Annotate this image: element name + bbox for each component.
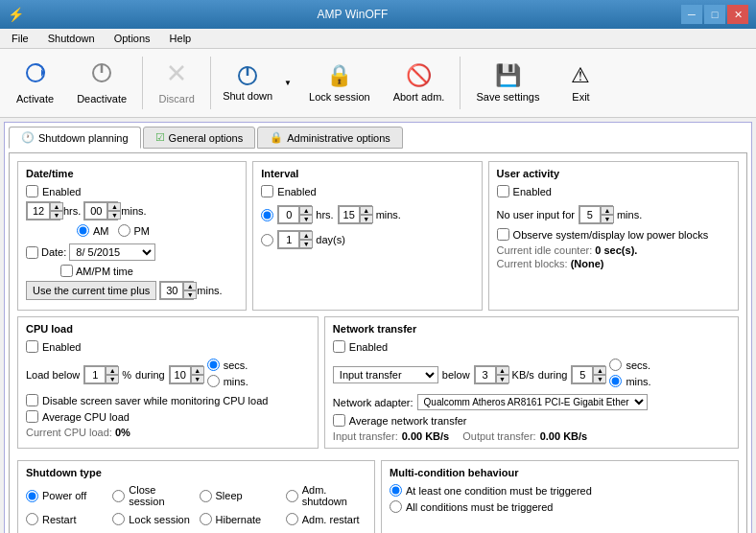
close-session-radio[interactable] bbox=[112, 490, 125, 502]
disable-screensaver-checkbox[interactable] bbox=[26, 394, 38, 406]
interval-days-radio[interactable] bbox=[261, 234, 273, 246]
discard-button[interactable]: Discard bbox=[148, 53, 205, 113]
menu-help[interactable]: Help bbox=[162, 31, 200, 46]
am-label: AM bbox=[93, 225, 109, 237]
at-least-one-radio[interactable] bbox=[390, 484, 402, 497]
cpu-load-row: Load below ▲ ▼ % during ▲ bbox=[26, 359, 310, 390]
interval-days-input[interactable] bbox=[278, 231, 299, 248]
exit-button[interactable]: ⚠ Exit bbox=[552, 53, 609, 113]
lock-button[interactable]: 🔒 Lock session bbox=[298, 53, 381, 113]
date-select[interactable]: 8/ 5/2015 bbox=[69, 243, 155, 261]
tab-general-options-label: General options bbox=[169, 132, 244, 144]
load-below-up[interactable]: ▲ bbox=[106, 366, 119, 375]
hours-input[interactable] bbox=[27, 202, 50, 220]
plus-min-down-btn[interactable]: ▼ bbox=[183, 290, 197, 299]
tab-admin-options[interactable]: 🔒 Administrative options bbox=[257, 127, 403, 149]
minutes-down-btn[interactable]: ▼ bbox=[107, 211, 121, 220]
save-button[interactable]: 💾 Save settings bbox=[465, 53, 550, 113]
average-network-checkbox[interactable] bbox=[333, 414, 345, 427]
interval-hrs-down[interactable]: ▼ bbox=[299, 215, 313, 223]
network-enabled-checkbox[interactable] bbox=[333, 340, 345, 353]
cpu-secs-radio[interactable] bbox=[207, 359, 220, 371]
use-current-btn[interactable]: Use the current time plus bbox=[26, 281, 156, 300]
plus-min-up-btn[interactable]: ▲ bbox=[183, 282, 197, 290]
interval-min-down[interactable]: ▼ bbox=[360, 215, 373, 223]
plus-minutes-input[interactable] bbox=[160, 282, 183, 299]
title-bar-left: ⚡ bbox=[8, 7, 24, 22]
tab-shutdown-planning[interactable]: 🕐 Shutdown planning bbox=[9, 127, 141, 149]
datetime-enabled-checkbox[interactable] bbox=[26, 185, 38, 197]
menu-file[interactable]: File bbox=[4, 31, 36, 46]
interval-enabled-checkbox[interactable] bbox=[261, 185, 273, 197]
ampm-time-checkbox[interactable] bbox=[60, 265, 73, 277]
interval-min-input[interactable] bbox=[339, 206, 360, 223]
cpu-enabled-checkbox[interactable] bbox=[26, 340, 38, 353]
network-mins-radio[interactable] bbox=[609, 375, 622, 387]
cpu-during-down[interactable]: ▼ bbox=[191, 375, 204, 383]
multi-condition-panel: Multi-condition behaviour At least one c… bbox=[381, 460, 739, 533]
adapter-select[interactable]: Qualcomm Atheros AR8161 PCI-E Gigabit Et… bbox=[417, 394, 648, 410]
network-below-down[interactable]: ▼ bbox=[496, 375, 509, 383]
interval-hrs-radio[interactable] bbox=[261, 209, 273, 221]
shutdown-arrow-button[interactable]: ▼ bbox=[279, 53, 296, 113]
hours-down-btn[interactable]: ▼ bbox=[50, 211, 63, 220]
adm-restart-radio[interactable] bbox=[286, 513, 298, 525]
power-off-radio[interactable] bbox=[26, 490, 38, 502]
cpu-during-input[interactable] bbox=[170, 366, 191, 383]
network-enabled-label: Enabled bbox=[349, 341, 388, 353]
interval-enabled-row: Enabled bbox=[261, 185, 473, 197]
interval-min-up[interactable]: ▲ bbox=[360, 206, 373, 215]
network-during-up[interactable]: ▲ bbox=[593, 366, 606, 375]
no-input-down[interactable]: ▼ bbox=[601, 215, 614, 223]
average-cpu-checkbox[interactable] bbox=[26, 410, 38, 423]
interval-hrs-input[interactable] bbox=[278, 206, 299, 223]
tab-check-icon: ☑ bbox=[155, 131, 165, 144]
transfer-type-select[interactable]: Input transfer Output transfer Both bbox=[333, 366, 438, 383]
hours-up-btn[interactable]: ▲ bbox=[50, 202, 63, 211]
activate-button[interactable]: Activate bbox=[6, 53, 64, 113]
network-secs-radio[interactable] bbox=[609, 359, 622, 371]
abort-button[interactable]: 🚫 Abort adm. bbox=[383, 53, 456, 113]
interval-days-down[interactable]: ▼ bbox=[299, 240, 313, 248]
cpu-mins-radio[interactable] bbox=[207, 375, 220, 387]
no-input-input[interactable] bbox=[579, 206, 601, 223]
menu-shutdown[interactable]: Shutdown bbox=[40, 31, 103, 46]
date-enabled-checkbox[interactable] bbox=[26, 246, 38, 259]
cpu-during-up[interactable]: ▲ bbox=[191, 366, 204, 375]
observe-checkbox[interactable] bbox=[497, 228, 509, 241]
minutes-input[interactable] bbox=[84, 202, 107, 220]
pm-radio[interactable] bbox=[118, 224, 130, 237]
shutdown-bottom-row: Shutdown type Power off Close session Sl… bbox=[17, 460, 739, 533]
close-button[interactable]: ✕ bbox=[727, 5, 748, 24]
load-below-down[interactable]: ▼ bbox=[106, 375, 119, 383]
minutes-up-btn[interactable]: ▲ bbox=[107, 202, 121, 211]
lock-session-radio[interactable] bbox=[112, 513, 125, 525]
shutdown-main-button[interactable]: Shut down bbox=[216, 53, 279, 113]
menu-options[interactable]: Options bbox=[106, 31, 158, 46]
deactivate-button[interactable]: Deactivate bbox=[66, 53, 137, 113]
discard-icon bbox=[165, 61, 188, 90]
interval-hrs-label: hrs. bbox=[316, 209, 333, 220]
interval-hrs-btns: ▲ ▼ bbox=[299, 206, 313, 223]
interval-hrs-up[interactable]: ▲ bbox=[299, 206, 313, 215]
network-during-down[interactable]: ▼ bbox=[593, 375, 606, 383]
user-activity-enabled-checkbox[interactable] bbox=[497, 185, 509, 197]
maximize-button[interactable]: □ bbox=[704, 5, 725, 24]
hibernate-label: Hibernate bbox=[216, 514, 262, 525]
interval-days-up[interactable]: ▲ bbox=[299, 231, 313, 240]
network-during-input[interactable] bbox=[572, 366, 593, 383]
power-off-row: Power off bbox=[26, 484, 106, 507]
sleep-radio[interactable] bbox=[200, 490, 212, 502]
hibernate-radio[interactable] bbox=[200, 513, 212, 525]
load-below-input[interactable] bbox=[84, 366, 106, 383]
am-radio[interactable] bbox=[77, 224, 89, 237]
all-conditions-radio[interactable] bbox=[390, 500, 402, 513]
tab-general-options[interactable]: ☑ General options bbox=[143, 127, 256, 149]
network-below-up[interactable]: ▲ bbox=[496, 366, 509, 375]
adm-shutdown-radio[interactable] bbox=[286, 490, 298, 502]
no-input-up[interactable]: ▲ bbox=[601, 206, 614, 215]
cpu-load-panel: CPU load Enabled Load below ▲ ▼ % bbox=[17, 316, 319, 449]
network-below-input[interactable] bbox=[475, 366, 496, 383]
restart-radio[interactable] bbox=[26, 513, 38, 525]
minimize-button[interactable]: ─ bbox=[681, 5, 702, 24]
